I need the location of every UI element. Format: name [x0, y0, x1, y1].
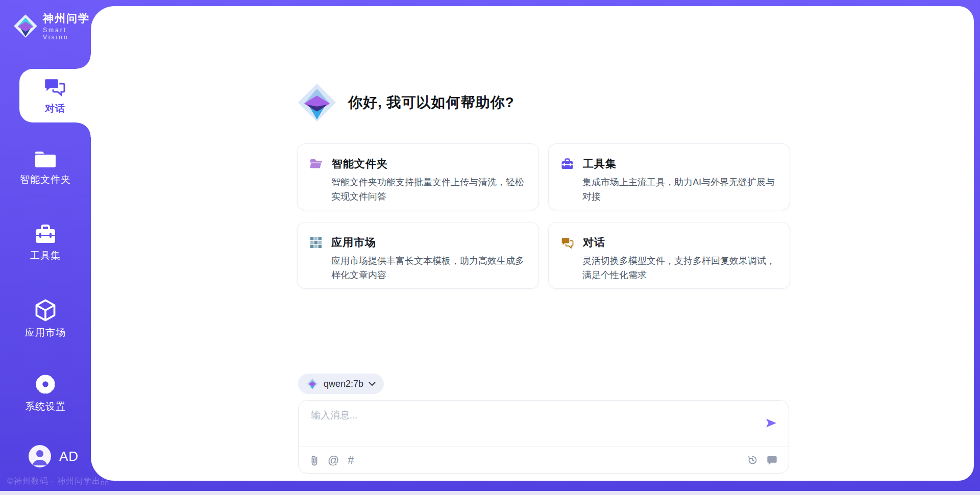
message-composer: @ #	[298, 400, 789, 474]
sidebar-item-settings[interactable]: 系统设置	[0, 373, 91, 413]
history-icon[interactable]	[747, 455, 758, 465]
chevron-down-icon	[369, 382, 376, 386]
greeting-row: 你好, 我可以如何帮助你?	[297, 83, 514, 122]
card-title: 工具集	[583, 157, 617, 171]
feature-cards: 智能文件夹 智能文件夹功能支持批量文件上传与清洗，轻松实现文件问答	[297, 143, 790, 289]
hash-icon[interactable]: #	[348, 455, 354, 466]
model-name: qwen2:7b	[324, 379, 363, 389]
horizontal-scrollbar[interactable]	[0, 491, 980, 495]
grid-icon	[310, 236, 322, 249]
tab-curve-bottom	[77, 122, 91, 137]
chat-bubbles-icon	[43, 77, 67, 98]
sidebar-item-label: 系统设置	[25, 400, 66, 413]
sidebar-item-toolset[interactable]: 工具集	[0, 224, 91, 262]
diamond-logo-icon	[297, 83, 337, 122]
card-description: 灵活切换多模型文件，支持多样回复效果调试，满足个性化需求	[582, 254, 777, 283]
gear-icon	[34, 373, 57, 396]
sidebar-item-smart-folder[interactable]: 智能文件夹	[0, 150, 91, 186]
sidebar-item-label: 应用市场	[25, 326, 66, 339]
brand-name: 神州问学	[43, 11, 91, 26]
user-initials: AD	[59, 449, 79, 464]
message-bubble-icon[interactable]	[767, 455, 777, 465]
sidebar-item-label: 工具集	[30, 249, 61, 262]
chat-bubbles-icon	[561, 237, 574, 249]
diamond-logo-icon	[13, 14, 38, 38]
card-app-market[interactable]: 应用市场 应用市场提供丰富长文本模板，助力高效生成多样化文章内容	[297, 222, 539, 289]
card-description: 应用市场提供丰富长文本模板，助力高效生成多样化文章内容	[331, 254, 526, 283]
card-description: 智能文件夹功能支持批量文件上传与清洗，轻松实现文件问答	[331, 176, 526, 204]
brand-logo: 神州问学 Smart Vision	[13, 11, 91, 41]
brand-subtitle: Smart Vision	[43, 27, 91, 41]
card-smart-folder[interactable]: 智能文件夹 智能文件夹功能支持批量文件上传与清洗，轻松实现文件问答	[297, 143, 539, 210]
card-chat[interactable]: 对话 灵活切换多模型文件，支持多样回复效果调试，满足个性化需求	[548, 222, 790, 289]
toolbox-icon	[561, 158, 574, 170]
avatar	[29, 445, 51, 467]
send-icon[interactable]	[764, 416, 778, 430]
at-mention-icon[interactable]: @	[328, 455, 339, 466]
diamond-logo-icon	[306, 378, 318, 390]
folder-icon	[310, 158, 323, 169]
copyright-footer: ©神州数码 · 神州问学出品	[7, 476, 109, 487]
greeting-title: 你好, 我可以如何帮助你?	[348, 93, 514, 112]
main-panel: 你好, 我可以如何帮助你? 智能文件夹 智能文件夹功能支持批量文件上传与清洗，轻…	[91, 6, 974, 481]
sidebar-item-chat[interactable]: 对话	[19, 69, 91, 122]
toolbox-icon	[34, 224, 57, 245]
model-selector[interactable]: qwen2:7b	[298, 374, 384, 394]
folder-icon	[34, 150, 57, 169]
card-toolset[interactable]: 工具集 集成市场上主流工具，助力AI与外界无缝扩展与对接	[548, 143, 790, 210]
user-profile[interactable]: AD	[29, 445, 79, 467]
sidebar-item-app-market[interactable]: 应用市场	[0, 299, 91, 339]
card-title: 对话	[583, 235, 605, 250]
tab-curve-top	[77, 55, 91, 69]
sidebar-item-label: 对话	[45, 102, 65, 115]
message-input[interactable]	[311, 409, 750, 439]
card-title: 智能文件夹	[332, 157, 388, 171]
card-description: 集成市场上主流工具，助力AI与外界无缝扩展与对接	[582, 176, 777, 204]
paperclip-icon[interactable]	[310, 455, 319, 466]
card-title: 应用市场	[331, 235, 376, 250]
cube-icon	[34, 299, 57, 322]
sidebar-item-label: 智能文件夹	[20, 173, 71, 186]
sidebar: 神州问学 Smart Vision 对话 智能文件夹	[0, 0, 91, 495]
